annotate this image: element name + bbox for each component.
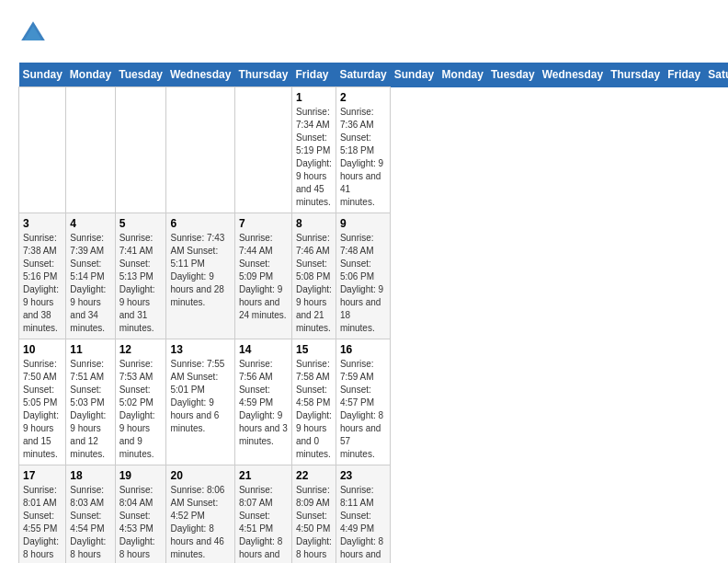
calendar-cell: 14Sunrise: 7:56 AM Sunset: 4:59 PM Dayli… <box>234 339 291 465</box>
column-header-tuesday: Tuesday <box>115 63 166 87</box>
column-header-saturday: Saturday <box>704 63 728 87</box>
day-number: 19 <box>119 469 163 482</box>
calendar-cell: 23Sunrise: 8:11 AM Sunset: 4:49 PM Dayli… <box>336 465 390 564</box>
calendar-week-row: 1Sunrise: 7:34 AM Sunset: 5:19 PM Daylig… <box>19 87 729 213</box>
day-number: 16 <box>340 343 386 356</box>
calendar-cell: 9Sunrise: 7:48 AM Sunset: 5:06 PM Daylig… <box>336 213 390 339</box>
day-info: Sunrise: 7:51 AM Sunset: 5:03 PM Dayligh… <box>70 358 110 461</box>
day-number: 14 <box>239 343 288 356</box>
calendar-cell: 11Sunrise: 7:51 AM Sunset: 5:03 PM Dayli… <box>66 339 115 465</box>
calendar-cell: 12Sunrise: 7:53 AM Sunset: 5:02 PM Dayli… <box>115 339 166 465</box>
calendar-week-row: 17Sunrise: 8:01 AM Sunset: 4:55 PM Dayli… <box>19 465 729 564</box>
day-info: Sunrise: 7:41 AM Sunset: 5:13 PM Dayligh… <box>119 232 163 335</box>
calendar-cell: 13Sunrise: 7:55 AM Sunset: 5:01 PM Dayli… <box>166 339 234 465</box>
column-header-thursday: Thursday <box>234 63 291 87</box>
day-info: Sunrise: 7:50 AM Sunset: 5:05 PM Dayligh… <box>23 358 62 461</box>
day-number: 2 <box>340 91 386 104</box>
day-info: Sunrise: 8:04 AM Sunset: 4:53 PM Dayligh… <box>119 484 163 563</box>
column-header-wednesday: Wednesday <box>166 63 234 87</box>
day-info: Sunrise: 7:56 AM Sunset: 4:59 PM Dayligh… <box>239 358 288 448</box>
day-number: 3 <box>23 217 62 230</box>
column-header-sunday: Sunday <box>391 63 438 87</box>
day-number: 12 <box>119 343 163 356</box>
calendar-cell: 21Sunrise: 8:07 AM Sunset: 4:51 PM Dayli… <box>234 465 291 564</box>
calendar-cell <box>19 87 66 213</box>
day-info: Sunrise: 8:09 AM Sunset: 4:50 PM Dayligh… <box>296 484 332 563</box>
column-header-thursday: Thursday <box>607 63 664 87</box>
day-number: 5 <box>119 217 163 230</box>
page-header <box>18 18 710 48</box>
day-number: 1 <box>296 91 332 104</box>
day-number: 20 <box>170 469 230 482</box>
logo-icon <box>18 18 48 48</box>
calendar-cell: 7Sunrise: 7:44 AM Sunset: 5:09 PM Daylig… <box>234 213 291 339</box>
calendar-header-row: SundayMondayTuesdayWednesdayThursdayFrid… <box>19 63 729 87</box>
day-number: 9 <box>340 217 386 230</box>
day-info: Sunrise: 7:55 AM Sunset: 5:01 PM Dayligh… <box>170 358 230 435</box>
calendar-cell: 3Sunrise: 7:38 AM Sunset: 5:16 PM Daylig… <box>19 213 66 339</box>
day-number: 7 <box>239 217 288 230</box>
day-number: 17 <box>23 469 62 482</box>
calendar-cell: 17Sunrise: 8:01 AM Sunset: 4:55 PM Dayli… <box>19 465 66 564</box>
calendar-cell: 15Sunrise: 7:58 AM Sunset: 4:58 PM Dayli… <box>291 339 336 465</box>
calendar-cell: 10Sunrise: 7:50 AM Sunset: 5:05 PM Dayli… <box>19 339 66 465</box>
column-header-monday: Monday <box>438 63 487 87</box>
day-info: Sunrise: 8:06 AM Sunset: 4:52 PM Dayligh… <box>170 484 230 561</box>
logo <box>18 18 51 48</box>
day-info: Sunrise: 7:44 AM Sunset: 5:09 PM Dayligh… <box>239 232 288 322</box>
column-header-saturday: Saturday <box>336 63 390 87</box>
day-number: 4 <box>70 217 110 230</box>
calendar-week-row: 10Sunrise: 7:50 AM Sunset: 5:05 PM Dayli… <box>19 339 729 465</box>
calendar-cell: 2Sunrise: 7:36 AM Sunset: 5:18 PM Daylig… <box>336 87 390 213</box>
calendar-cell: 19Sunrise: 8:04 AM Sunset: 4:53 PM Dayli… <box>115 465 166 564</box>
day-info: Sunrise: 7:36 AM Sunset: 5:18 PM Dayligh… <box>340 106 386 209</box>
day-info: Sunrise: 7:38 AM Sunset: 5:16 PM Dayligh… <box>23 232 62 335</box>
column-header-tuesday: Tuesday <box>487 63 539 87</box>
column-header-friday: Friday <box>291 63 336 87</box>
calendar-cell: 4Sunrise: 7:39 AM Sunset: 5:14 PM Daylig… <box>66 213 115 339</box>
day-info: Sunrise: 8:01 AM Sunset: 4:55 PM Dayligh… <box>23 484 62 563</box>
calendar-cell <box>115 87 166 213</box>
day-number: 13 <box>170 343 230 356</box>
calendar-table: SundayMondayTuesdayWednesdayThursdayFrid… <box>18 63 728 563</box>
calendar-cell: 5Sunrise: 7:41 AM Sunset: 5:13 PM Daylig… <box>115 213 166 339</box>
column-header-monday: Monday <box>66 63 115 87</box>
day-number: 6 <box>170 217 230 230</box>
day-info: Sunrise: 8:03 AM Sunset: 4:54 PM Dayligh… <box>70 484 110 563</box>
day-number: 11 <box>70 343 110 356</box>
calendar-cell: 1Sunrise: 7:34 AM Sunset: 5:19 PM Daylig… <box>291 87 336 213</box>
day-number: 10 <box>23 343 62 356</box>
day-info: Sunrise: 7:39 AM Sunset: 5:14 PM Dayligh… <box>70 232 110 335</box>
column-header-friday: Friday <box>664 63 704 87</box>
calendar-cell: 6Sunrise: 7:43 AM Sunset: 5:11 PM Daylig… <box>166 213 234 339</box>
calendar-cell: 16Sunrise: 7:59 AM Sunset: 4:57 PM Dayli… <box>336 339 390 465</box>
day-number: 21 <box>239 469 288 482</box>
day-info: Sunrise: 7:59 AM Sunset: 4:57 PM Dayligh… <box>340 358 386 461</box>
day-number: 23 <box>340 469 386 482</box>
day-info: Sunrise: 7:43 AM Sunset: 5:11 PM Dayligh… <box>170 232 230 309</box>
day-number: 8 <box>296 217 332 230</box>
calendar-cell: 22Sunrise: 8:09 AM Sunset: 4:50 PM Dayli… <box>291 465 336 564</box>
calendar-cell: 8Sunrise: 7:46 AM Sunset: 5:08 PM Daylig… <box>291 213 336 339</box>
day-number: 18 <box>70 469 110 482</box>
calendar-cell <box>166 87 234 213</box>
calendar-cell: 18Sunrise: 8:03 AM Sunset: 4:54 PM Dayli… <box>66 465 115 564</box>
calendar-cell: 20Sunrise: 8:06 AM Sunset: 4:52 PM Dayli… <box>166 465 234 564</box>
day-info: Sunrise: 7:58 AM Sunset: 4:58 PM Dayligh… <box>296 358 332 461</box>
calendar-cell <box>66 87 115 213</box>
day-number: 22 <box>296 469 332 482</box>
column-header-wednesday: Wednesday <box>539 63 607 87</box>
day-info: Sunrise: 8:11 AM Sunset: 4:49 PM Dayligh… <box>340 484 386 563</box>
column-header-sunday: Sunday <box>19 63 66 87</box>
day-info: Sunrise: 7:46 AM Sunset: 5:08 PM Dayligh… <box>296 232 332 335</box>
day-info: Sunrise: 7:34 AM Sunset: 5:19 PM Dayligh… <box>296 106 332 209</box>
day-info: Sunrise: 7:48 AM Sunset: 5:06 PM Dayligh… <box>340 232 386 335</box>
calendar-week-row: 3Sunrise: 7:38 AM Sunset: 5:16 PM Daylig… <box>19 213 729 339</box>
day-info: Sunrise: 8:07 AM Sunset: 4:51 PM Dayligh… <box>239 484 288 563</box>
calendar-cell <box>234 87 291 213</box>
day-info: Sunrise: 7:53 AM Sunset: 5:02 PM Dayligh… <box>119 358 163 461</box>
day-number: 15 <box>296 343 332 356</box>
